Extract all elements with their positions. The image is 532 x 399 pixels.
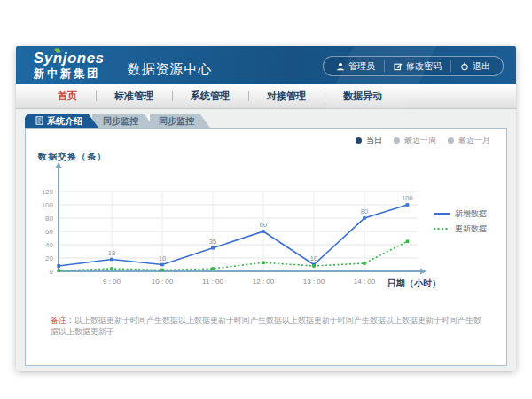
user-menu-label: 修改密码 [406,60,442,73]
y-tick-label: 80 [45,215,53,223]
data-point [406,203,410,207]
tab-2[interactable]: 同步监控 [92,114,154,128]
footnote: 备注：以上数据更新于时间产生数据以上数据更新于时间产生数据以上数据更新于时间产生… [51,315,489,337]
data-point [363,262,366,265]
legend-label-1: 新增数据 [455,209,487,218]
tab-3[interactable]: 同步监控 [148,114,210,128]
nav-item-1[interactable]: 首页 [39,84,96,108]
user-menu-label: 退出 [473,60,490,73]
header: Synjones 新中新集团 数据资源中心 管理员修改密码退出 [16,46,516,84]
power-icon [460,62,469,71]
range-filter-label: 最近一周 [404,135,436,146]
data-point-label: 80 [361,207,368,215]
y-tick-label: 120 [42,188,54,196]
tab-label: 系统介绍 [47,115,82,128]
chart-panel: 当日最近一周最近一月 数据交换（条） 0204060801001209 : 00… [25,128,507,366]
x-tick-label: 14 : 00 [354,278,376,286]
data-point [110,267,113,270]
y-tick-label: 0 [50,268,54,276]
edit-icon [394,62,403,71]
footnote-label: 备注： [51,316,74,325]
y-tick-label: 20 [45,254,53,262]
data-point-label: 35 [209,238,216,246]
range-filter-label: 最近一月 [458,135,490,146]
series-line-1 [59,205,407,266]
data-point-label: 60 [260,221,267,229]
nav-item-3[interactable]: 系统管理 [172,84,248,108]
data-point [211,267,215,270]
logo-brand: Synjones [34,51,105,66]
app-window: Synjones 新中新集团 数据资源中心 管理员修改密码退出 首页标准管理系统… [16,46,516,371]
y-tick-label: 60 [45,228,53,236]
data-point [262,261,265,264]
radio-dot-icon [356,137,362,144]
data-point-label: 10 [310,254,317,262]
user-icon [336,62,345,71]
user-menu-item-1[interactable]: 管理员 [327,60,384,72]
tab-bar: 系统介绍同步监控同步监控 [25,114,204,128]
y-axis-arrow-icon [55,162,62,168]
footnote-text: 以上数据更新于时间产生数据以上数据更新于时间产生数据以上数据更新于时间产生数据以… [51,316,481,336]
page-title: 数据资源中心 [128,61,213,78]
range-filter-3[interactable]: 最近一月 [448,135,490,146]
x-tick-label: 9 : 00 [103,278,121,286]
x-tick-label: 10 : 00 [152,278,174,286]
x-tick-label: 12 : 00 [253,278,275,286]
y-tick-label: 100 [42,201,54,209]
main-nav: 首页标准管理系统管理对接管理数据异动 [16,84,516,109]
document-icon [35,116,43,127]
nav-item-5[interactable]: 数据异动 [325,84,401,108]
user-menu-item-3[interactable]: 退出 [450,60,499,72]
radio-dot-icon [448,137,454,144]
x-tick-label: 13 : 00 [303,278,325,286]
data-point [312,264,316,268]
data-point [110,258,113,262]
data-point [406,239,410,243]
logo-company: 新中新集团 [34,68,105,80]
data-point [57,269,60,272]
data-point [211,246,215,250]
user-menu: 管理员修改密码退出 [323,56,504,76]
data-point [160,269,164,272]
data-point [262,230,265,233]
data-point [363,216,366,220]
y-tick-label: 40 [45,241,53,249]
data-point-label: 18 [108,249,115,257]
x-tick-label: 11 : 00 [202,278,223,286]
data-point-label: 10 [159,254,166,262]
range-filter-1[interactable]: 当日 [356,135,382,146]
x-axis-title: 日期（小时） [387,278,441,288]
data-point [160,263,164,267]
radio-dot-icon [394,137,400,144]
user-menu-label: 管理员 [348,60,375,73]
range-filter-group: 当日最近一周最近一月 [356,135,490,146]
legend-label-2: 更新数据 [455,224,487,233]
nav-item-4[interactable]: 对接管理 [248,84,325,108]
x-axis-arrow-icon [420,269,426,275]
data-point-label: 100 [402,194,413,202]
user-menu-item-2[interactable]: 修改密码 [384,60,450,72]
nav-item-2[interactable]: 标准管理 [96,84,172,108]
logo: Synjones 新中新集团 [34,51,105,80]
tab-label: 同步监控 [103,115,138,128]
range-filter-2[interactable]: 最近一周 [394,135,436,146]
data-point [57,264,60,268]
tab-1[interactable]: 系统介绍 [25,114,98,128]
page: { "header": { "logo_brand": "Synjones", … [0,0,532,399]
content-area: 系统介绍同步监控同步监控 当日最近一周最近一月 数据交换（条） 02040608… [16,109,516,371]
range-filter-label: 当日 [366,135,382,146]
tab-label: 同步监控 [159,115,194,128]
